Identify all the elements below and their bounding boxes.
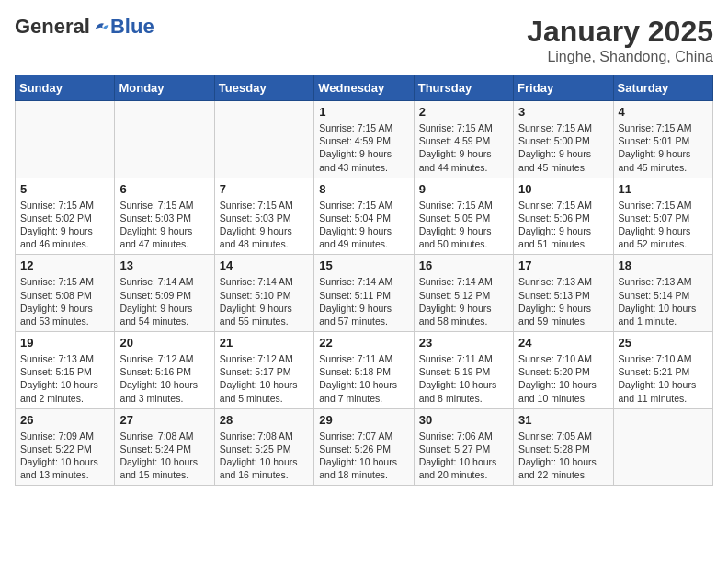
day-number: 10 — [518, 182, 608, 196]
cell-info-text: Sunrise: 7:08 AMSunset: 5:24 PMDaylight:… — [119, 430, 209, 482]
calendar-cell: 4Sunrise: 7:15 AMSunset: 5:01 PMDaylight… — [613, 101, 712, 178]
cell-info-text: Sunrise: 7:14 AMSunset: 5:11 PMDaylight:… — [319, 275, 408, 327]
day-number: 22 — [319, 336, 408, 350]
day-number: 8 — [319, 182, 408, 196]
cell-info-text: Sunrise: 7:15 AMSunset: 5:08 PMDaylight:… — [20, 275, 109, 327]
calendar-cell: 10Sunrise: 7:15 AMSunset: 5:06 PMDayligh… — [514, 178, 613, 255]
day-number: 5 — [20, 182, 109, 196]
calendar-week-row: 26Sunrise: 7:09 AMSunset: 5:22 PMDayligh… — [16, 408, 713, 486]
calendar-week-row: 1Sunrise: 7:15 AMSunset: 4:59 PMDaylight… — [16, 101, 713, 178]
calendar-cell: 30Sunrise: 7:06 AMSunset: 5:27 PMDayligh… — [414, 408, 513, 486]
cell-info-text: Sunrise: 7:11 AMSunset: 5:18 PMDaylight:… — [319, 352, 408, 405]
day-number: 14 — [220, 259, 309, 272]
cell-info-text: Sunrise: 7:15 AMSunset: 5:02 PMDaylight:… — [20, 199, 109, 251]
calendar-cell: 18Sunrise: 7:13 AMSunset: 5:14 PMDayligh… — [613, 255, 712, 332]
calendar-cell: 19Sunrise: 7:13 AMSunset: 5:15 PMDayligh… — [16, 332, 115, 409]
day-number: 6 — [119, 182, 209, 196]
logo-bird-icon — [92, 17, 110, 36]
day-number: 29 — [319, 413, 408, 427]
calendar-cell — [115, 101, 214, 178]
cell-info-text: Sunrise: 7:13 AMSunset: 5:14 PMDaylight:… — [619, 275, 708, 327]
cell-info-text: Sunrise: 7:14 AMSunset: 5:12 PMDaylight:… — [419, 275, 508, 327]
calendar-cell: 21Sunrise: 7:12 AMSunset: 5:17 PMDayligh… — [214, 332, 313, 409]
cell-info-text: Sunrise: 7:10 AMSunset: 5:21 PMDaylight:… — [619, 352, 708, 405]
calendar-cell: 20Sunrise: 7:12 AMSunset: 5:16 PMDayligh… — [115, 332, 214, 409]
calendar-table: SundayMondayTuesdayWednesdayThursdayFrid… — [15, 75, 713, 486]
day-number: 16 — [419, 259, 508, 272]
cell-info-text: Sunrise: 7:15 AMSunset: 5:00 PMDaylight:… — [518, 121, 608, 174]
cell-info-text: Sunrise: 7:05 AMSunset: 5:28 PMDaylight:… — [518, 430, 608, 482]
calendar-cell: 26Sunrise: 7:09 AMSunset: 5:22 PMDayligh… — [16, 408, 115, 486]
calendar-cell: 15Sunrise: 7:14 AMSunset: 5:11 PMDayligh… — [314, 255, 414, 332]
calendar-week-row: 12Sunrise: 7:15 AMSunset: 5:08 PMDayligh… — [16, 255, 713, 332]
cell-info-text: Sunrise: 7:14 AMSunset: 5:10 PMDaylight:… — [220, 275, 309, 327]
calendar-week-row: 5Sunrise: 7:15 AMSunset: 5:02 PMDaylight… — [16, 178, 713, 255]
day-number: 13 — [119, 259, 209, 272]
cell-info-text: Sunrise: 7:15 AMSunset: 4:59 PMDaylight:… — [319, 121, 408, 174]
calendar-cell: 14Sunrise: 7:14 AMSunset: 5:10 PMDayligh… — [214, 255, 313, 332]
cell-info-text: Sunrise: 7:14 AMSunset: 5:09 PMDaylight:… — [119, 275, 209, 327]
day-number: 9 — [419, 182, 508, 196]
calendar-cell: 8Sunrise: 7:15 AMSunset: 5:04 PMDaylight… — [314, 178, 414, 255]
cell-info-text: Sunrise: 7:12 AMSunset: 5:17 PMDaylight:… — [220, 352, 309, 405]
day-number: 23 — [419, 336, 508, 350]
cell-info-text: Sunrise: 7:11 AMSunset: 5:19 PMDaylight:… — [419, 352, 508, 405]
cell-info-text: Sunrise: 7:07 AMSunset: 5:26 PMDaylight:… — [319, 430, 408, 482]
cell-info-text: Sunrise: 7:12 AMSunset: 5:16 PMDaylight:… — [119, 352, 209, 405]
weekday-header-tuesday: Tuesday — [214, 75, 313, 101]
cell-info-text: Sunrise: 7:15 AMSunset: 5:04 PMDaylight:… — [319, 199, 408, 251]
day-number: 28 — [220, 413, 309, 427]
page-header: General Blue January 2025 Linghe, Shando… — [15, 15, 713, 65]
weekday-header-thursday: Thursday — [414, 75, 513, 101]
calendar-cell: 17Sunrise: 7:13 AMSunset: 5:13 PMDayligh… — [514, 255, 613, 332]
day-number: 27 — [119, 413, 209, 427]
cell-info-text: Sunrise: 7:15 AMSunset: 5:07 PMDaylight:… — [619, 199, 708, 251]
calendar-cell — [613, 408, 712, 486]
day-number: 30 — [419, 413, 508, 427]
cell-info-text: Sunrise: 7:15 AMSunset: 5:03 PMDaylight:… — [119, 199, 209, 251]
calendar-cell: 24Sunrise: 7:10 AMSunset: 5:20 PMDayligh… — [514, 332, 613, 409]
weekday-header-wednesday: Wednesday — [314, 75, 414, 101]
day-number: 12 — [20, 259, 109, 272]
cell-info-text: Sunrise: 7:13 AMSunset: 5:15 PMDaylight:… — [20, 352, 109, 405]
calendar-cell: 5Sunrise: 7:15 AMSunset: 5:02 PMDaylight… — [16, 178, 115, 255]
day-number: 2 — [419, 105, 508, 119]
location: Linghe, Shandong, China — [527, 49, 713, 65]
weekday-header-saturday: Saturday — [613, 75, 712, 101]
calendar-cell: 29Sunrise: 7:07 AMSunset: 5:26 PMDayligh… — [314, 408, 414, 486]
day-number: 7 — [220, 182, 309, 196]
calendar-cell — [214, 101, 313, 178]
day-number: 17 — [518, 259, 608, 272]
calendar-cell: 13Sunrise: 7:14 AMSunset: 5:09 PMDayligh… — [115, 255, 214, 332]
calendar-cell: 22Sunrise: 7:11 AMSunset: 5:18 PMDayligh… — [314, 332, 414, 409]
day-number: 4 — [619, 105, 708, 119]
calendar-cell: 11Sunrise: 7:15 AMSunset: 5:07 PMDayligh… — [613, 178, 712, 255]
day-number: 11 — [619, 182, 708, 196]
day-number: 18 — [619, 259, 708, 272]
day-number: 26 — [20, 413, 109, 427]
day-number: 19 — [20, 336, 109, 350]
calendar-cell: 6Sunrise: 7:15 AMSunset: 5:03 PMDaylight… — [115, 178, 214, 255]
cell-info-text: Sunrise: 7:09 AMSunset: 5:22 PMDaylight:… — [20, 430, 109, 482]
day-number: 3 — [518, 105, 608, 119]
calendar-cell: 7Sunrise: 7:15 AMSunset: 5:03 PMDaylight… — [214, 178, 313, 255]
day-number: 25 — [619, 336, 708, 350]
day-number: 15 — [319, 259, 408, 272]
month-title: January 2025 — [527, 15, 713, 49]
calendar-cell: 23Sunrise: 7:11 AMSunset: 5:19 PMDayligh… — [414, 332, 513, 409]
calendar-cell: 28Sunrise: 7:08 AMSunset: 5:25 PMDayligh… — [214, 408, 313, 486]
calendar-cell: 27Sunrise: 7:08 AMSunset: 5:24 PMDayligh… — [115, 408, 214, 486]
weekday-header-friday: Friday — [514, 75, 613, 101]
day-number: 24 — [518, 336, 608, 350]
calendar-cell: 25Sunrise: 7:10 AMSunset: 5:21 PMDayligh… — [613, 332, 712, 409]
cell-info-text: Sunrise: 7:15 AMSunset: 5:03 PMDaylight:… — [220, 199, 309, 251]
cell-info-text: Sunrise: 7:15 AMSunset: 5:01 PMDaylight:… — [619, 121, 708, 174]
day-number: 1 — [319, 105, 408, 119]
day-number: 31 — [518, 413, 608, 427]
calendar-body: 1Sunrise: 7:15 AMSunset: 4:59 PMDaylight… — [16, 101, 713, 486]
cell-info-text: Sunrise: 7:06 AMSunset: 5:27 PMDaylight:… — [419, 430, 508, 482]
weekday-header-monday: Monday — [115, 75, 214, 101]
calendar-cell: 31Sunrise: 7:05 AMSunset: 5:28 PMDayligh… — [514, 408, 613, 486]
logo: General Blue — [15, 15, 154, 39]
cell-info-text: Sunrise: 7:15 AMSunset: 5:05 PMDaylight:… — [419, 199, 508, 251]
